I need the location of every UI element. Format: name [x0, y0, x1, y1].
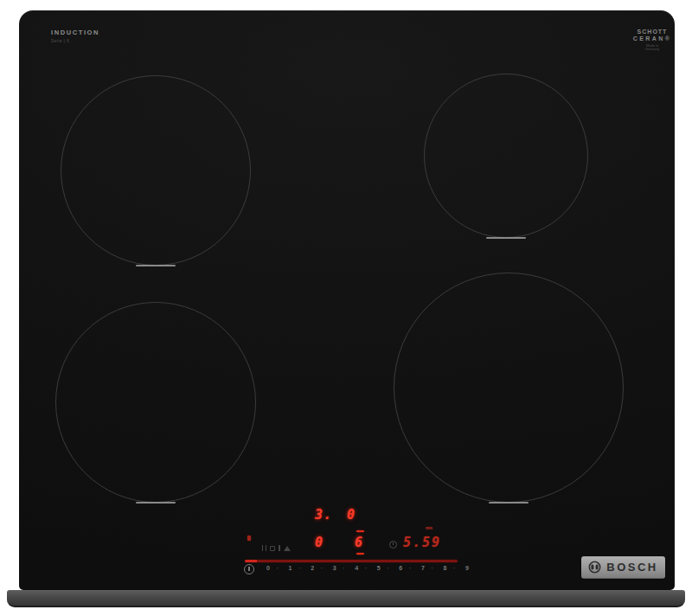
level-0[interactable]: 0 — [264, 565, 272, 571]
level-7[interactable]: 7 — [419, 565, 427, 571]
cooking-zone-back-left — [61, 75, 251, 266]
level-2[interactable]: 2 — [308, 565, 317, 571]
level-9[interactable]: 9 — [463, 565, 471, 571]
zone-display-front-right[interactable]: 6 — [355, 535, 363, 550]
wipe-protection-icon[interactable] — [270, 546, 275, 551]
pan-position-marker — [136, 502, 176, 504]
bosch-logo-badge: BOSCH — [581, 556, 665, 579]
pan-position-marker — [136, 265, 176, 267]
front-edge-trim — [7, 590, 685, 607]
zone-selected-bar-top — [356, 530, 364, 532]
cooking-zone-front-left — [55, 302, 256, 503]
pause-icon[interactable] — [262, 545, 266, 551]
level-5[interactable]: 5 — [375, 565, 383, 571]
zone-display-back-left[interactable]: 3. — [315, 507, 332, 523]
bosch-anchor-icon — [588, 561, 601, 574]
level-8[interactable]: 8 — [440, 565, 449, 571]
induction-sub-label: Serie | 6 — [51, 39, 69, 43]
zone-selected-bar-bottom — [356, 553, 364, 555]
cooking-zone-back-right — [424, 74, 588, 238]
schott-ceran-mark: SCHOTT CERAN® Made in Germany — [630, 29, 675, 59]
power-level-strip[interactable]: 0 1 2 3 4 5 6 7 8 9 — [264, 565, 471, 571]
pan-position-marker — [489, 502, 529, 504]
timer-clock-icon[interactable] — [389, 541, 397, 549]
pan-position-marker — [486, 237, 526, 240]
power-on-indicator — [247, 536, 251, 541]
induction-label: INDUCTION — [51, 29, 99, 36]
cooktop-glass: INDUCTION Serie | 6 SCHOTT CERAN® Made i… — [19, 10, 675, 590]
level-3[interactable]: 3 — [330, 565, 339, 571]
bosch-logo-text: BOSCH — [606, 561, 657, 574]
panel-function-icons — [262, 545, 291, 551]
product-photo: INDUCTION Serie | 6 SCHOTT CERAN® Made i… — [0, 0, 692, 616]
zone-display-back-right[interactable]: 0 — [347, 507, 356, 523]
power-button-icon[interactable] — [244, 564, 254, 574]
cooking-zone-front-right — [394, 273, 624, 503]
level-4[interactable]: 4 — [352, 565, 361, 571]
level-6[interactable]: 6 — [396, 565, 405, 571]
schott-line3: Made in Germany — [641, 43, 663, 51]
timer-display[interactable]: 5.59 — [403, 535, 441, 550]
zone-display-front-left[interactable]: 0 — [315, 535, 324, 550]
schott-line1: SCHOTT — [630, 29, 675, 35]
move-icon[interactable] — [284, 546, 291, 551]
schott-line2: CERAN® — [630, 35, 675, 42]
level-1[interactable]: 1 — [286, 565, 295, 571]
timer-unit-label: min — [426, 526, 432, 530]
divider-icon — [279, 545, 280, 551]
power-slider-line[interactable] — [245, 560, 458, 562]
